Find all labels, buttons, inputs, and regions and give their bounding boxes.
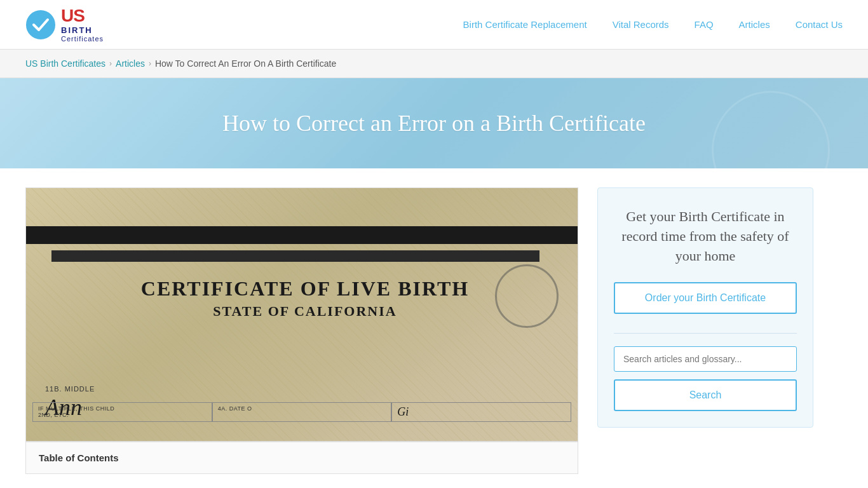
toc-title: Table of Contents	[39, 452, 565, 463]
cert-bottom-label-3: 4A. DATE O	[218, 405, 386, 412]
cert-text-area: CERTIFICATE OF LIVE BIRTH STATE OF CALIF…	[45, 277, 565, 322]
cert-image-container: CERTIFICATE OF LIVE BIRTH STATE OF CALIF…	[25, 187, 578, 442]
breadcrumb: US Birth Certificates › Articles › How T…	[0, 50, 868, 78]
sidebar: Get your Birth Certificate in record tim…	[597, 187, 813, 474]
site-logo[interactable]: US BIRTH Certificates	[25, 6, 104, 43]
site-header: US BIRTH Certificates Birth Certificate …	[0, 0, 868, 50]
nav-articles[interactable]: Articles	[739, 19, 770, 30]
order-button[interactable]: Order your Birth Certificate	[614, 282, 797, 314]
breadcrumb-current: How To Correct An Error On A Birth Certi…	[155, 58, 336, 69]
logo-us-text: US	[61, 6, 104, 26]
logo-certificates-text: Certificates	[61, 35, 104, 43]
cert-watermark	[495, 264, 559, 328]
cert-image: CERTIFICATE OF LIVE BIRTH STATE OF CALIF…	[26, 188, 578, 441]
hero-banner: How to Correct an Error on a Birth Certi…	[0, 78, 868, 168]
main-nav: Birth Certificate Replacement Vital Reco…	[463, 19, 843, 30]
cert-field-label: 11B. MIDDLE	[45, 385, 95, 393]
article-section: CERTIFICATE OF LIVE BIRTH STATE OF CALIF…	[25, 187, 578, 474]
logo-icon	[25, 10, 56, 40]
nav-birth-certificate-replacement[interactable]: Birth Certificate Replacement	[463, 19, 587, 30]
svg-point-0	[27, 11, 55, 39]
cert-redact-bar-2	[51, 250, 539, 262]
nav-vital-records[interactable]: Vital Records	[613, 19, 669, 30]
breadcrumb-sep-2: ›	[149, 59, 151, 68]
cert-bottom-label-1: IF MULTIPLE, THIS CHILD	[38, 405, 207, 412]
cert-bottom-field-1: IF MULTIPLE, THIS CHILD 2ND, ETC.	[32, 402, 212, 422]
nav-faq[interactable]: FAQ	[695, 19, 714, 30]
logo-birth-text: BIRTH	[61, 26, 104, 35]
cert-bottom-value-3: Gi	[397, 405, 566, 419]
sidebar-card: Get your Birth Certificate in record tim…	[597, 187, 813, 427]
search-input[interactable]	[614, 346, 797, 372]
cert-bottom-field-3: Gi	[391, 402, 571, 422]
toc-section: Table of Contents	[25, 442, 578, 474]
cert-bottom-fields: IF MULTIPLE, THIS CHILD 2ND, ETC. 4A. DA…	[32, 402, 571, 422]
breadcrumb-articles[interactable]: Articles	[116, 58, 145, 69]
nav-contact-us[interactable]: Contact Us	[796, 19, 843, 30]
main-container: CERTIFICATE OF LIVE BIRTH STATE OF CALIF…	[0, 168, 868, 488]
cert-title-line2a: STATE OF CALIFORNIA	[45, 303, 565, 320]
sidebar-promo-text: Get your Birth Certificate in record tim…	[614, 207, 797, 266]
cert-bottom-label-2: 2ND, ETC.	[38, 412, 207, 418]
breadcrumb-home[interactable]: US Birth Certificates	[25, 58, 105, 69]
cert-redact-bar	[26, 226, 578, 244]
search-button[interactable]: Search	[614, 379, 797, 411]
sidebar-divider	[614, 333, 797, 334]
cert-title-line1: CERTIFICATE OF LIVE BIRTH	[45, 277, 565, 301]
hero-title: How to Correct an Error on a Birth Certi…	[25, 110, 843, 137]
breadcrumb-sep-1: ›	[109, 59, 112, 68]
cert-bottom-field-2: 4A. DATE O	[212, 402, 392, 422]
